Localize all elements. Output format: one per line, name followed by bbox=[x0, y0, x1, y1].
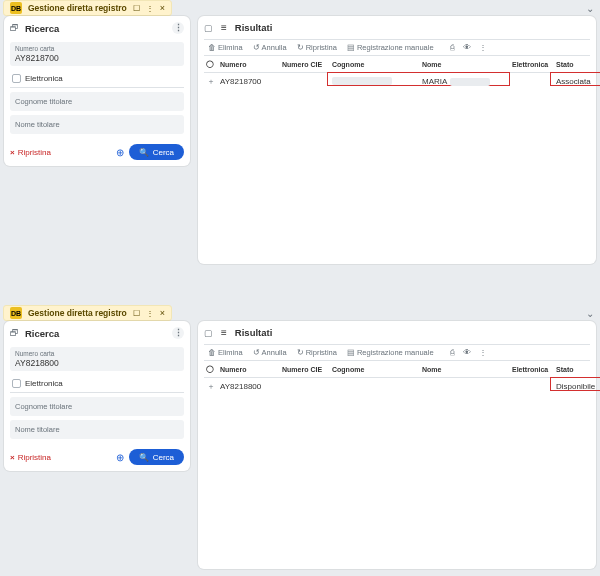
list-icon[interactable]: ≡ bbox=[221, 22, 227, 33]
reset-button[interactable]: × Ripristina bbox=[10, 453, 51, 462]
nome-field[interactable]: Nome titolare bbox=[10, 115, 184, 134]
toolbar-more-icon[interactable]: ⋮ bbox=[479, 43, 487, 52]
layout-toggle-icon[interactable]: ▢ bbox=[204, 328, 213, 338]
undo-icon: ↺ bbox=[253, 348, 260, 357]
toolbar-elimina[interactable]: 🗑Elimina bbox=[208, 43, 243, 52]
col-numero: Numero bbox=[218, 361, 280, 378]
search-panel-icon: 🗗 bbox=[10, 328, 19, 338]
redo-icon: ↻ bbox=[297, 348, 304, 357]
toolbar-more-icon[interactable]: ⋮ bbox=[479, 348, 487, 357]
search-label: Cerca bbox=[153, 148, 174, 157]
col-elettronica: Elettronica bbox=[510, 56, 554, 73]
toolbar-ripristina[interactable]: ↻Ripristina bbox=[297, 348, 337, 357]
nome-field[interactable]: Nome titolare bbox=[10, 420, 184, 439]
search-heading: Ricerca bbox=[25, 23, 59, 34]
tab-bar: DB Gestione diretta registro ☐ ⋮ × bbox=[3, 305, 172, 321]
cognome-field[interactable]: Cognome titolare bbox=[10, 397, 184, 416]
table-row[interactable]: ＋ AY8218800 Disponibile bbox=[204, 378, 600, 396]
expand-icon[interactable]: ＋ bbox=[204, 378, 218, 396]
magnifier-icon: 🔍 bbox=[139, 453, 149, 462]
table-header: ◯ Numero Numero CIE Cognome Nome Elettro… bbox=[204, 361, 600, 378]
note-icon: ▤ bbox=[347, 348, 355, 357]
cognome-field[interactable]: Cognome titolare bbox=[10, 92, 184, 111]
results-table: ◯ Numero Numero CIE Cognome Nome Elettro… bbox=[204, 361, 600, 395]
table-row[interactable]: ＋ AY8218700 MARIA Associata bbox=[204, 73, 600, 91]
tab-bar: DB Gestione diretta registro ☐ ⋮ × bbox=[3, 0, 172, 16]
numero-carta-value: AY8218700 bbox=[15, 53, 179, 63]
numero-carta-field[interactable]: Numero carta AY8218800 bbox=[10, 347, 184, 371]
col-stato: Stato bbox=[554, 56, 600, 73]
elettronica-label: Elettronica bbox=[25, 379, 63, 388]
cell-stato: Disponibile bbox=[556, 382, 595, 391]
elettronica-row[interactable]: Elettronica bbox=[10, 375, 184, 393]
close-icon[interactable]: × bbox=[160, 3, 165, 13]
reset-label: Ripristina bbox=[18, 453, 51, 462]
col-numero-cie: Numero CIE bbox=[280, 361, 330, 378]
col-select[interactable]: ◯ bbox=[204, 56, 218, 73]
print-icon[interactable]: ⎙ bbox=[450, 43, 455, 52]
redo-icon: ↻ bbox=[297, 43, 304, 52]
toolbar-ripristina[interactable]: ↻Ripristina bbox=[297, 43, 337, 52]
app-badge: DB bbox=[10, 2, 22, 14]
col-select[interactable]: ◯ bbox=[204, 361, 218, 378]
results-panel: ▢ ≡ Risultati 🗑Elimina ↺Annulla ↻Riprist… bbox=[198, 321, 596, 569]
eye-icon[interactable]: 👁 bbox=[463, 348, 471, 357]
search-panel-icon: 🗗 bbox=[10, 23, 19, 33]
cognome-placeholder: Cognome titolare bbox=[15, 95, 179, 108]
numero-carta-label: Numero carta bbox=[15, 350, 179, 357]
numero-carta-field[interactable]: Numero carta AY8218700 bbox=[10, 42, 184, 66]
redacted-nome-rest bbox=[450, 78, 490, 86]
search-label: Cerca bbox=[153, 453, 174, 462]
zoom-icon[interactable]: ⊕ bbox=[116, 147, 124, 158]
chevron-down-icon[interactable]: ⌄ bbox=[586, 3, 594, 14]
toolbar-registrazione[interactable]: ▤Registrazione manuale bbox=[347, 348, 434, 357]
search-heading: Ricerca bbox=[25, 328, 59, 339]
tab-title[interactable]: Gestione diretta registro bbox=[28, 308, 127, 318]
search-button[interactable]: 🔍 Cerca bbox=[129, 449, 184, 465]
chevron-down-icon[interactable]: ⌄ bbox=[586, 308, 594, 319]
list-icon[interactable]: ≡ bbox=[221, 327, 227, 338]
zoom-icon[interactable]: ⊕ bbox=[116, 452, 124, 463]
close-icon[interactable]: × bbox=[160, 308, 165, 318]
table-header: ◯ Numero Numero CIE Cognome Nome Elettro… bbox=[204, 56, 600, 73]
print-icon[interactable]: ⎙ bbox=[450, 348, 455, 357]
cell-nome: MARIA bbox=[422, 77, 447, 86]
results-table: ◯ Numero Numero CIE Cognome Nome Elettro… bbox=[204, 56, 600, 90]
expand-icon[interactable]: ＋ bbox=[204, 73, 218, 91]
col-nome: Nome bbox=[420, 56, 510, 73]
numero-carta-label: Numero carta bbox=[15, 45, 179, 52]
tab-title[interactable]: Gestione diretta registro bbox=[28, 3, 127, 13]
app-badge: DB bbox=[10, 307, 22, 319]
reset-label: Ripristina bbox=[18, 148, 51, 157]
nome-placeholder: Nome titolare bbox=[15, 118, 179, 131]
results-toolbar: 🗑Elimina ↺Annulla ↻Ripristina ▤Registraz… bbox=[204, 39, 590, 56]
kebab-icon[interactable]: ⋮ bbox=[146, 309, 154, 318]
elettronica-checkbox[interactable] bbox=[12, 74, 21, 83]
toolbar-annulla[interactable]: ↺Annulla bbox=[253, 43, 287, 52]
search-more-icon[interactable]: ⋮ bbox=[172, 327, 184, 339]
search-panel: 🗗 Ricerca ⋮ Numero carta AY8218700 Elett… bbox=[4, 16, 190, 166]
toolbar-registrazione[interactable]: ▤Registrazione manuale bbox=[347, 43, 434, 52]
elettronica-row[interactable]: Elettronica bbox=[10, 70, 184, 88]
cell-stato: Associata bbox=[556, 77, 591, 86]
kebab-icon[interactable]: ⋮ bbox=[146, 4, 154, 13]
magnifier-icon: 🔍 bbox=[139, 148, 149, 157]
search-more-icon[interactable]: ⋮ bbox=[172, 22, 184, 34]
toolbar-elimina[interactable]: 🗑Elimina bbox=[208, 348, 243, 357]
search-button[interactable]: 🔍 Cerca bbox=[129, 144, 184, 160]
bookmark-icon[interactable]: ☐ bbox=[133, 4, 140, 13]
reset-button[interactable]: × Ripristina bbox=[10, 148, 51, 157]
elettronica-checkbox[interactable] bbox=[12, 379, 21, 388]
layout-toggle-icon[interactable]: ▢ bbox=[204, 23, 213, 33]
bookmark-icon[interactable]: ☐ bbox=[133, 309, 140, 318]
trash-icon: 🗑 bbox=[208, 43, 216, 52]
results-panel: ▢ ≡ Risultati 🗑Elimina ↺Annulla ↻Riprist… bbox=[198, 16, 596, 264]
toolbar-annulla[interactable]: ↺Annulla bbox=[253, 348, 287, 357]
eye-icon[interactable]: 👁 bbox=[463, 43, 471, 52]
col-nome: Nome bbox=[420, 361, 510, 378]
close-icon: × bbox=[10, 453, 15, 462]
results-heading: Risultati bbox=[235, 327, 272, 338]
app-instance-b: DB Gestione diretta registro ☐ ⋮ × ⌄ 🗗 R… bbox=[0, 305, 600, 575]
col-elettronica: Elettronica bbox=[510, 361, 554, 378]
col-stato: Stato bbox=[554, 361, 600, 378]
